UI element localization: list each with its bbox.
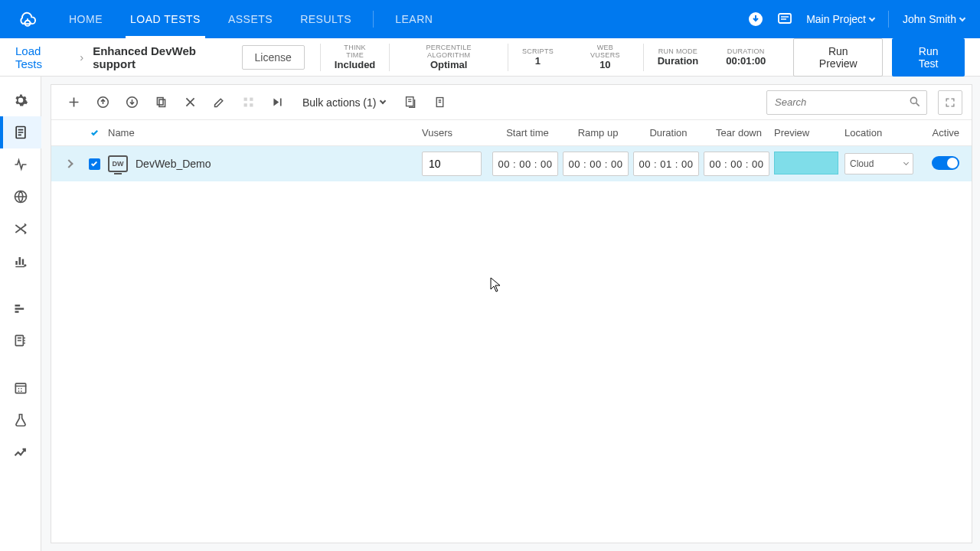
th-preview[interactable]: Preview — [774, 127, 844, 139]
sidebar-settings[interactable] — [0, 84, 41, 116]
active-toggle[interactable] — [932, 156, 959, 170]
nav-home[interactable]: HOME — [55, 0, 116, 38]
metric-duration: DURATION 00:01:00 — [712, 44, 779, 71]
run-test-button[interactable]: Run Test — [892, 38, 965, 77]
location-select[interactable]: Cloud — [844, 153, 913, 174]
th-location[interactable]: Location — [844, 127, 921, 139]
breadcrumb-root[interactable]: Load Tests — [15, 44, 70, 70]
ramp-up-input[interactable]: 00 : 00 : 00 — [563, 152, 629, 176]
metric-percentile: PERCENTILE ALGORITHM Optimal — [389, 44, 508, 71]
th-active[interactable]: Active — [921, 127, 965, 139]
main-panel: Bulk actions (1) — [51, 84, 972, 543]
chevron-down-icon — [869, 15, 875, 21]
svg-rect-2 — [779, 14, 791, 23]
project-dropdown[interactable]: Main Project — [806, 13, 874, 25]
header-check[interactable] — [80, 129, 108, 137]
metric-vusers: WEB VUSERS 10 — [567, 44, 643, 71]
th-start[interactable]: Start time — [492, 127, 563, 139]
svg-rect-13 — [250, 98, 253, 101]
toolbar: Bulk actions (1) — [51, 85, 972, 120]
chevron-down-icon — [380, 98, 386, 104]
sidebar-flask[interactable] — [0, 404, 41, 436]
vusers-input[interactable] — [422, 152, 482, 176]
search-box — [766, 90, 927, 115]
metric-scripts: SCRIPTS 1 — [508, 44, 567, 71]
skip-icon[interactable] — [264, 90, 290, 116]
download-icon[interactable] — [748, 11, 763, 27]
start-time-input[interactable]: 00 : 00 : 00 — [492, 152, 558, 176]
sidebar-shuffle[interactable] — [0, 213, 41, 245]
svg-rect-12 — [243, 98, 247, 101]
th-ramp[interactable]: Ramp up — [563, 127, 633, 139]
chevron-right-icon — [64, 159, 73, 168]
sidebar-trend[interactable] — [0, 436, 41, 468]
search-input[interactable] — [766, 90, 927, 115]
top-nav: HOME LOAD TESTS ASSETS RESULTS LEARN Mai… — [0, 0, 980, 38]
row-expand[interactable] — [57, 161, 80, 167]
row-name: DevWeb_Demo — [136, 158, 211, 170]
svg-rect-7 — [15, 383, 25, 393]
nav-learn[interactable]: LEARN — [381, 0, 446, 38]
sidebar-steps[interactable] — [0, 292, 41, 324]
sub-header: Load Tests › Enhanced DevWeb support Lic… — [0, 38, 980, 77]
nav-links: HOME LOAD TESTS ASSETS RESULTS LEARN — [55, 0, 446, 38]
bulk-actions-dropdown[interactable]: Bulk actions (1) — [293, 96, 394, 109]
th-vusers[interactable]: Vusers — [422, 127, 492, 139]
th-teardown[interactable]: Tear down — [704, 127, 774, 139]
chevron-right-icon: › — [80, 51, 83, 64]
nav-divider — [373, 11, 374, 28]
metric-run-mode: RUN MODE Duration — [643, 44, 712, 71]
table-row: DW DevWeb_Demo 00 : 00 : 00 00 : 00 : 00… — [51, 146, 972, 181]
add-icon[interactable] — [60, 90, 87, 116]
metric-think-time: THINK TIME Included — [320, 44, 390, 71]
sidebar — [0, 77, 41, 551]
duration-input[interactable]: 00 : 01 : 00 — [633, 152, 699, 176]
svg-point-5 — [24, 264, 26, 266]
svg-point-18 — [910, 97, 916, 103]
breadcrumb: Load Tests › Enhanced DevWeb support — [15, 44, 242, 70]
upload-icon[interactable] — [90, 90, 116, 116]
script-type-icon: DW — [108, 155, 128, 172]
download-icon[interactable] — [119, 90, 145, 116]
grid-icon — [235, 90, 261, 116]
svg-rect-11 — [158, 99, 165, 106]
chat-icon[interactable] — [777, 11, 792, 27]
row-checkbox[interactable] — [89, 158, 100, 170]
svg-rect-14 — [243, 103, 247, 106]
chevron-down-icon — [903, 160, 909, 165]
sidebar-scripts[interactable] — [0, 116, 41, 148]
preview-chart — [774, 152, 838, 174]
sidebar-sla[interactable] — [0, 245, 41, 277]
project-name: Main Project — [806, 13, 866, 25]
nav-assets[interactable]: ASSETS — [214, 0, 286, 38]
expand-icon[interactable] — [938, 90, 962, 115]
license-button[interactable]: License — [242, 45, 305, 70]
run-preview-button[interactable]: Run Preview — [793, 38, 883, 77]
copy-icon[interactable] — [148, 90, 174, 116]
breadcrumb-current: Enhanced DevWeb support — [93, 44, 241, 70]
svg-rect-15 — [250, 103, 253, 106]
logo-icon — [15, 7, 40, 31]
user-name: John Smith — [903, 13, 956, 25]
sidebar-activity[interactable] — [0, 148, 41, 181]
search-icon[interactable] — [909, 96, 921, 110]
chevron-down-icon — [959, 15, 965, 21]
delete-icon[interactable] — [177, 90, 203, 116]
teardown-input[interactable]: 00 : 00 : 00 — [704, 152, 769, 176]
doc-icon[interactable] — [426, 90, 452, 116]
edit-icon[interactable] — [206, 90, 232, 116]
th-name[interactable]: Name — [108, 127, 422, 139]
th-duration[interactable]: Duration — [633, 127, 704, 139]
user-dropdown[interactable]: John Smith — [903, 13, 965, 25]
sidebar-server[interactable] — [0, 324, 41, 357]
sidebar-globe[interactable] — [0, 181, 41, 213]
sidebar-calendar[interactable] — [0, 372, 41, 404]
svg-rect-10 — [157, 98, 163, 105]
table-header: Name Vusers Start time Ramp up Duration … — [51, 120, 972, 146]
script-doc-icon[interactable] — [397, 90, 423, 116]
nav-results[interactable]: RESULTS — [286, 0, 365, 38]
nav-load-tests[interactable]: LOAD TESTS — [116, 0, 214, 38]
